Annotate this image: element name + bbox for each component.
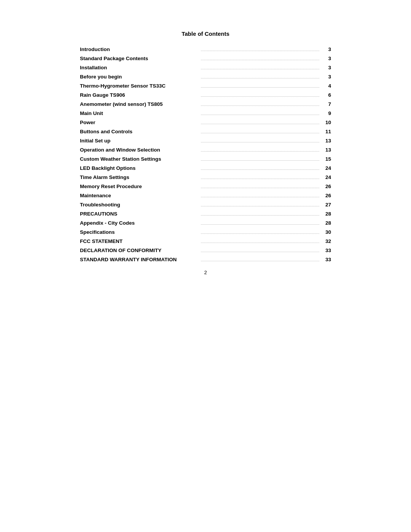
toc-entry[interactable]: Initial Set up13	[80, 136, 331, 145]
toc-entry-page: 24	[322, 165, 331, 171]
toc-entry-page: 26	[322, 193, 331, 198]
toc-entry[interactable]: LED Backlight Options24	[80, 163, 331, 173]
toc-entry[interactable]: STANDARD WARRANTY INFORMATION33	[80, 255, 331, 264]
toc-entry[interactable]: FCC STATEMENT32	[80, 236, 331, 246]
toc-entry-label: Thermo-Hygrometer Sensor TS33C	[80, 83, 199, 89]
toc-entry-dots	[201, 206, 320, 206]
toc-entry[interactable]: Specifications30	[80, 227, 331, 236]
toc-entry-label: Main Unit	[80, 110, 199, 116]
toc-entry[interactable]: PRECAUTIONS28	[80, 209, 331, 218]
toc-entry-dots	[201, 60, 320, 60]
toc-entry[interactable]: Installation3	[80, 63, 331, 72]
toc-entry-label: Troubleshooting	[80, 202, 199, 208]
toc-list: Introduction3Standard Package Contents3I…	[80, 45, 331, 264]
toc-entry[interactable]: Standard Package Contents3	[80, 54, 331, 63]
toc-title: Table of Contents	[80, 30, 331, 37]
toc-entry-page: 10	[322, 120, 331, 125]
toc-entry-page: 32	[322, 238, 331, 244]
toc-entry[interactable]: Main Unit9	[80, 109, 331, 118]
toc-entry-label: Before you begin	[80, 74, 199, 80]
toc-entry-dots	[201, 115, 320, 115]
toc-entry[interactable]: Introduction3	[80, 45, 331, 54]
toc-entry-page: 7	[322, 101, 331, 107]
toc-entry-label: Custom Weather Station Settings	[80, 156, 199, 162]
page-container: Table of Contents Introduction3Standard …	[57, 0, 354, 294]
toc-entry[interactable]: Rain Gauge TS9066	[80, 90, 331, 99]
toc-entry-label: LED Backlight Options	[80, 165, 199, 171]
toc-entry-page: 13	[322, 147, 331, 153]
toc-entry-dots	[201, 160, 320, 161]
toc-entry-label: Time Alarm Settings	[80, 174, 199, 180]
toc-entry-dots	[201, 78, 320, 78]
toc-entry[interactable]: Troubleshooting27	[80, 200, 331, 209]
toc-entry-dots	[201, 124, 320, 124]
toc-entry-page: 26	[322, 184, 331, 189]
toc-entry-dots	[201, 133, 320, 133]
page-number: 2	[204, 270, 207, 275]
toc-entry[interactable]: Custom Weather Station Settings15	[80, 154, 331, 163]
toc-entry[interactable]: Memory Reset Procedure26	[80, 182, 331, 191]
toc-entry-dots	[201, 51, 320, 51]
toc-entry-page: 15	[322, 156, 331, 162]
toc-entry-dots	[201, 179, 320, 179]
toc-entry-label: DECLARATION OF CONFORMITY	[80, 248, 199, 253]
toc-entry-label: Operation and Window Selection	[80, 147, 199, 153]
toc-entry-page: 3	[322, 56, 331, 61]
toc-entry-page: 27	[322, 202, 331, 208]
toc-entry[interactable]: Buttons and Controls11	[80, 127, 331, 136]
toc-entry-dots	[201, 224, 320, 225]
toc-entry[interactable]: Appendix - City Codes28	[80, 218, 331, 227]
toc-entry-page: 28	[322, 211, 331, 217]
toc-entry-dots	[201, 87, 320, 88]
toc-entry-label: Appendix - City Codes	[80, 220, 199, 226]
toc-entry-label: Introduction	[80, 46, 199, 52]
toc-entry-label: Memory Reset Procedure	[80, 184, 199, 189]
toc-entry-dots	[201, 96, 320, 97]
toc-entry-label: Anemometer (wind sensor) TS805	[80, 101, 199, 107]
toc-entry-dots	[201, 233, 320, 234]
toc-entry-page: 3	[322, 74, 331, 80]
toc-entry-dots	[201, 169, 320, 170]
toc-entry-page: 33	[322, 257, 331, 262]
toc-entry-page: 24	[322, 174, 331, 180]
toc-entry-label: PRECAUTIONS	[80, 211, 199, 217]
toc-entry-label: Installation	[80, 65, 199, 70]
toc-entry-dots	[201, 197, 320, 197]
toc-entry[interactable]: Maintenance26	[80, 191, 331, 200]
toc-entry-label: Standard Package Contents	[80, 56, 199, 61]
toc-entry-dots	[201, 188, 320, 188]
toc-entry-dots	[201, 215, 320, 216]
toc-entry-page: 30	[322, 229, 331, 235]
toc-entry-page: 4	[322, 83, 331, 89]
toc-entry-label: Rain Gauge TS906	[80, 92, 199, 98]
toc-entry-dots	[201, 151, 320, 152]
toc-entry-label: FCC STATEMENT	[80, 238, 199, 244]
toc-entry-page: 3	[322, 65, 331, 70]
toc-entry-label: Power	[80, 120, 199, 125]
toc-entry-dots	[201, 142, 320, 142]
toc-entry[interactable]: Before you begin3	[80, 72, 331, 81]
toc-entry-page: 3	[322, 46, 331, 52]
toc-entry-page: 11	[322, 129, 331, 134]
toc-entry-dots	[201, 69, 320, 69]
toc-entry[interactable]: Operation and Window Selection13	[80, 145, 331, 154]
toc-entry[interactable]: Time Alarm Settings24	[80, 173, 331, 182]
toc-entry-page: 28	[322, 220, 331, 226]
toc-entry-page: 6	[322, 92, 331, 98]
toc-entry-dots	[201, 105, 320, 106]
toc-entry-label: Maintenance	[80, 193, 199, 198]
toc-entry[interactable]: Thermo-Hygrometer Sensor TS33C4	[80, 81, 331, 90]
toc-entry-dots	[201, 243, 320, 243]
toc-entry-label: Buttons and Controls	[80, 129, 199, 134]
toc-entry-dots	[201, 252, 320, 252]
toc-entry-dots	[201, 261, 320, 261]
toc-entry-label: Specifications	[80, 229, 199, 235]
toc-entry-page: 13	[322, 138, 331, 144]
toc-entry[interactable]: Power10	[80, 118, 331, 127]
toc-entry[interactable]: Anemometer (wind sensor) TS8057	[80, 99, 331, 109]
toc-entry-page: 33	[322, 248, 331, 253]
toc-entry-page: 9	[322, 110, 331, 116]
toc-entry-label: Initial Set up	[80, 138, 199, 144]
toc-entry-label: STANDARD WARRANTY INFORMATION	[80, 257, 199, 262]
toc-entry[interactable]: DECLARATION OF CONFORMITY33	[80, 246, 331, 255]
